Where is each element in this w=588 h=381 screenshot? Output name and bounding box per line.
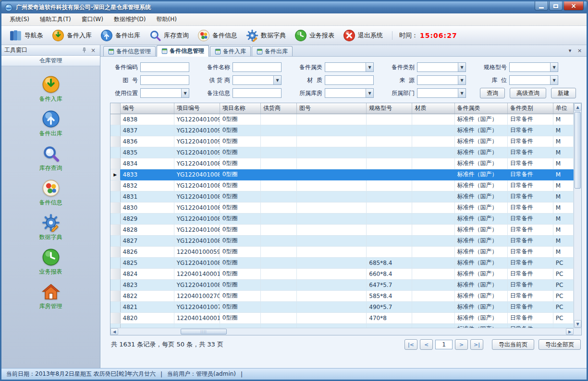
inventory-query-toolbar-button[interactable]: 库存查询 <box>145 27 193 44</box>
cell-unit[interactable]: M <box>553 235 573 246</box>
cell-spec[interactable]: 490*5.7 <box>367 301 412 312</box>
tab-0[interactable]: 备件信息管理 <box>103 46 156 56</box>
scroll-down-icon[interactable]: ▼ <box>574 320 581 328</box>
table-row-4822[interactable]: 482212204010027000型圈585*8.4标准件（国产）日常备件PC <box>110 290 574 301</box>
cell-unit[interactable]: PC <box>553 312 573 323</box>
cell-category[interactable]: 标准件（国产） <box>454 257 507 268</box>
cell-supplier[interactable] <box>260 235 296 246</box>
row-selector[interactable] <box>110 257 120 268</box>
cell-supplier[interactable] <box>260 279 296 290</box>
cell-id[interactable]: 4820 <box>120 312 174 323</box>
cell-unit[interactable]: PC <box>553 279 573 290</box>
cell-supplier[interactable] <box>260 114 296 125</box>
sidebar-section-warehouse[interactable]: 仓库管理 <box>1 56 100 66</box>
cell-category[interactable]: 标准件（国产） <box>454 114 507 125</box>
table-row-4831[interactable]: 4831YG122040100860型圈标准件（国产）日常备件M <box>110 191 574 202</box>
cell-unit[interactable]: PC <box>553 301 573 312</box>
cell-unit[interactable]: PC <box>553 290 573 301</box>
use-position-select[interactable]: ▼ <box>140 88 189 98</box>
part-inbound-toolbar-button[interactable]: 备件入库 <box>48 27 96 44</box>
table-row-4832[interactable]: 4832YG122040100870型圈标准件（国产）日常备件M <box>110 180 574 191</box>
material-field[interactable] <box>325 75 374 85</box>
cell-spec[interactable] <box>367 147 412 158</box>
table-row-4821[interactable]: 4821YG122040100790型圈490*5.7标准件（国产）日常备件PC <box>110 301 574 312</box>
column-header-3[interactable]: 供货商 <box>260 103 296 114</box>
cell-supplier[interactable] <box>260 169 296 180</box>
sidebar-item-part-inbound[interactable]: 备件入库 <box>1 72 100 107</box>
table-row-4835[interactable]: 4835YG122040100900型圈标准件（国产）日常备件M <box>110 147 574 158</box>
export-all-pages-button[interactable]: 导出全部页 <box>539 339 581 350</box>
supplier-select[interactable]: ▼ <box>233 75 282 85</box>
cell-project_no[interactable]: YG12204010080 <box>174 279 220 290</box>
sidebar-item-part-outbound[interactable]: 备件出库 <box>1 107 100 141</box>
cell-id[interactable]: 4829 <box>120 213 174 224</box>
row-selector[interactable] <box>110 268 120 279</box>
cell-material[interactable] <box>412 235 454 246</box>
cell-category[interactable]: 标准件（国产） <box>454 312 507 323</box>
cell-type[interactable]: 日常备件 <box>507 213 553 224</box>
cell-unit[interactable]: M <box>553 169 573 180</box>
part-code-field[interactable] <box>140 62 189 72</box>
drawing-no-field[interactable] <box>140 75 189 85</box>
cell-supplier[interactable] <box>260 180 296 191</box>
cell-spec[interactable] <box>367 246 412 257</box>
cell-spec[interactable] <box>367 213 412 224</box>
source-select[interactable]: ▼ <box>417 75 466 85</box>
remark-field[interactable] <box>233 88 282 98</box>
cell-drawing_no[interactable] <box>297 147 367 158</box>
pin-icon[interactable] <box>80 47 88 54</box>
cell-unit[interactable]: PC <box>553 257 573 268</box>
cell-drawing_no[interactable] <box>297 257 367 268</box>
cell-supplier[interactable] <box>260 202 296 213</box>
cell-project_no[interactable]: YG12204010082 <box>174 235 220 246</box>
table-row-4838[interactable]: 4838YG122040100930型圈标准件（国产）日常备件M <box>110 114 574 125</box>
cell-material[interactable] <box>412 312 454 323</box>
menu-item-3[interactable]: 数据维护(D) <box>109 13 151 25</box>
cell-spec[interactable] <box>367 235 412 246</box>
column-header-8[interactable]: 备件类别 <box>507 103 553 114</box>
cell-project_name[interactable]: 0型圈 <box>220 136 260 147</box>
cell-category[interactable]: 标准件（国产） <box>454 125 507 136</box>
cell-category[interactable]: 标准件（国产） <box>454 180 507 191</box>
cell-id[interactable]: 4828 <box>120 224 174 235</box>
cell-project_name[interactable]: 0型圈 <box>220 290 260 301</box>
cell-id[interactable] <box>120 323 174 328</box>
cell-project_no[interactable]: YG12204010084 <box>174 213 220 224</box>
cell-material[interactable] <box>412 246 454 257</box>
cell-type[interactable]: 日常备件 <box>507 290 553 301</box>
vscroll-thumb[interactable] <box>575 112 581 189</box>
cell-unit[interactable]: M <box>553 136 573 147</box>
cell-drawing_no[interactable] <box>297 158 367 169</box>
cell-material[interactable] <box>412 125 454 136</box>
cell-material[interactable] <box>412 290 454 301</box>
cell-material[interactable] <box>412 180 454 191</box>
cell-id[interactable]: 4836 <box>120 136 174 147</box>
part-name-field[interactable] <box>233 62 282 72</box>
table-row-4823[interactable]: 4823YG122040100800型圈647*5.7标准件（国产）日常备件PC <box>110 279 574 290</box>
column-header-0[interactable]: 编号 <box>120 103 174 114</box>
cell-type[interactable]: 日常备件 <box>507 279 553 290</box>
table-row-4826[interactable]: 482612204010005990型圈标准件（国产）日常备件M <box>110 246 574 257</box>
tab-2[interactable]: 备件入库 <box>210 46 251 56</box>
cell-unit[interactable]: M <box>553 180 573 191</box>
table-row-4827[interactable]: 4827YG122040100820型圈标准件（国产）日常备件M <box>110 235 574 246</box>
cell-supplier[interactable] <box>260 268 296 279</box>
cell-spec[interactable] <box>367 180 412 191</box>
cell-id[interactable]: 4833 <box>120 169 174 180</box>
cell-unit[interactable]: M <box>553 125 573 136</box>
cell-category[interactable]: 标准件（国产） <box>454 213 507 224</box>
cell-project_name[interactable]: 0型圈 <box>220 114 260 125</box>
cell-spec[interactable] <box>367 191 412 202</box>
table-row-4833[interactable]: ▶4833YG122040100880型圈标准件（国产）日常备件M <box>110 169 574 180</box>
menu-item-1[interactable]: 辅助工具(T) <box>35 13 76 25</box>
sidebar-item-warehouse-mgmt[interactable]: 库房管理 <box>1 279 100 314</box>
cell-supplier[interactable] <box>260 158 296 169</box>
row-selector[interactable] <box>110 125 120 136</box>
cell-project_name[interactable]: 0型圈 <box>220 312 260 323</box>
cell-category[interactable]: 标准件（国产） <box>454 279 507 290</box>
cell-material[interactable] <box>412 213 454 224</box>
column-header-4[interactable]: 图号 <box>297 103 367 114</box>
tab-list-chevron-down-icon[interactable]: ▾ <box>566 47 574 55</box>
cell-id[interactable]: 4826 <box>120 246 174 257</box>
cell-category[interactable]: 标准件（国产） <box>454 323 507 328</box>
